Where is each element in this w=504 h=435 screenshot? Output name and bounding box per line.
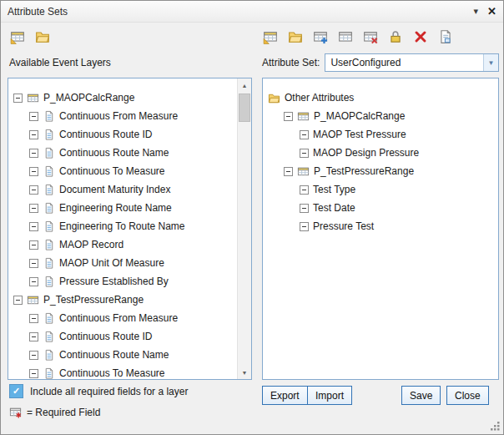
import-button[interactable]: Import (307, 386, 352, 405)
collapse-expander-icon[interactable] (29, 369, 38, 378)
close-icon[interactable]: ✕ (487, 6, 496, 17)
collapse-icon[interactable]: ▾ (474, 7, 479, 16)
tree-item[interactable]: Continuous Route ID (10, 327, 236, 346)
scroll-down-icon[interactable]: ▼ (238, 366, 251, 379)
attribute-set-dropdown[interactable]: UserConfigured ▼ (325, 53, 499, 72)
collapse-expander-icon[interactable] (29, 314, 38, 323)
tree-item[interactable]: Engineering Route Name (10, 199, 236, 217)
tree-item[interactable]: Pressure Test (265, 217, 496, 235)
add-event-layer-folder-icon[interactable] (34, 28, 51, 45)
titlebar[interactable]: Attribute Sets ▾ ✕ (1, 1, 503, 23)
attribute-set-panel: Other AttributesP_MAOPCalcRangeMAOP Test… (262, 78, 499, 380)
attribute-set-label: Attribute Set: (262, 57, 320, 68)
tree-item[interactable]: MAOP Test Pressure (265, 125, 496, 144)
tree-item-label: Engineering To Route Name (59, 220, 185, 232)
new-attribute-set-icon[interactable] (262, 28, 279, 45)
collapse-expander-icon[interactable] (29, 332, 38, 341)
tree-item[interactable]: P_TestPressureRange (10, 291, 236, 309)
delete-attribute-set-icon[interactable] (412, 28, 429, 45)
open-attribute-set-icon[interactable] (287, 28, 304, 45)
include-required-checkbox[interactable]: ✓ (9, 384, 23, 398)
scroll-up-icon[interactable]: ▲ (238, 78, 251, 92)
dropdown-arrow-icon[interactable]: ▼ (483, 54, 498, 71)
export-button[interactable]: Export (262, 386, 308, 405)
field-doc-icon (43, 239, 55, 251)
tree-item-label: Continuous Route Name (59, 147, 169, 159)
tree-item-label: Document Maturity Index (59, 184, 170, 195)
lock-attribute-set-icon[interactable] (387, 28, 404, 45)
vertical-scrollbar[interactable]: ▲ ▼ (237, 78, 251, 379)
tree-item[interactable]: Continuous From Measure (10, 107, 236, 125)
tree-item-label: Continuous Route Name (59, 349, 169, 361)
close-button[interactable]: Close (446, 386, 489, 405)
tree-item-label: MAOP Design Pressure (313, 147, 419, 159)
collapse-expander-icon[interactable] (29, 149, 38, 158)
collapse-expander-icon[interactable] (13, 94, 23, 103)
collapse-expander-icon[interactable] (29, 277, 38, 286)
tree-item[interactable]: Test Type (265, 180, 496, 199)
collapse-expander-icon[interactable] (29, 130, 38, 139)
scroll-thumb[interactable] (239, 94, 250, 122)
tree-item[interactable]: Test Date (265, 199, 496, 217)
attribute-set-report-icon[interactable] (437, 28, 454, 45)
field-doc-icon (43, 331, 55, 343)
tree-item-label: Other Attributes (285, 92, 354, 104)
tree-item[interactable]: Engineering To Route Name (10, 217, 236, 235)
save-button[interactable]: Save (401, 386, 441, 405)
tree-item[interactable]: Continuous Route ID (10, 125, 236, 144)
tree-item[interactable]: Document Maturity Index (10, 180, 236, 199)
tree-item[interactable]: Pressure Established By (10, 272, 236, 291)
field-doc-icon (43, 257, 55, 270)
tree-item-label: Pressure Test (313, 220, 374, 232)
folder-icon (268, 92, 280, 104)
tree-item-label: Continuous From Measure (59, 110, 178, 122)
collapse-expander-icon[interactable] (284, 167, 293, 176)
include-required-row: ✓ Include all required fields for a laye… (9, 384, 188, 398)
tree-item[interactable]: Continuous To Measure (10, 162, 236, 180)
attribute-table-icon[interactable] (337, 28, 354, 45)
tree-item[interactable]: Continuous Route Name (10, 144, 236, 162)
collapse-expander-icon[interactable] (29, 167, 38, 176)
tree-item-label: MAOP Test Pressure (313, 129, 406, 140)
tree-item[interactable]: P_MAOPCalcRange (265, 107, 496, 125)
tree-item[interactable]: MAOP Record (10, 235, 236, 254)
tree-item[interactable]: Other Attributes (265, 89, 496, 107)
tree-item[interactable]: Continuous To Measure (10, 364, 236, 379)
collapse-expander-icon[interactable] (300, 222, 309, 231)
remove-attribute-table-icon[interactable] (362, 28, 379, 45)
tree-item-label: P_TestPressureRange (43, 294, 144, 306)
collapse-expander-icon[interactable] (29, 222, 38, 231)
collapse-expander-icon[interactable] (13, 296, 23, 305)
collapse-expander-icon[interactable] (300, 185, 309, 195)
tree-item[interactable]: P_MAOPCalcRange (10, 89, 236, 107)
collapse-expander-icon[interactable] (29, 259, 38, 268)
add-event-layer-icon[interactable] (9, 28, 26, 45)
tree-item[interactable]: MAOP Unit Of Measure (10, 254, 236, 272)
required-field-icon (9, 406, 22, 418)
window-controls: ▾ ✕ (474, 6, 496, 17)
resize-grip-icon[interactable] (490, 421, 501, 432)
tree-item-label: Test Type (313, 184, 355, 195)
tree-item[interactable]: Continuous Route Name (10, 346, 236, 364)
tree-item[interactable]: MAOP Design Pressure (265, 144, 496, 162)
tree-item[interactable]: Continuous From Measure (10, 309, 236, 327)
collapse-expander-icon[interactable] (29, 112, 38, 121)
collapse-expander-icon[interactable] (29, 204, 38, 213)
tree-item-label: MAOP Record (59, 239, 123, 250)
collapse-expander-icon[interactable] (300, 130, 309, 139)
tree-item-label: Continuous Route ID (59, 331, 152, 342)
tree-item[interactable]: P_TestPressureRange (265, 162, 496, 180)
collapse-expander-icon[interactable] (29, 185, 38, 195)
field-doc-icon (43, 184, 55, 196)
collapse-expander-icon[interactable] (284, 112, 293, 121)
tree-item-label: Continuous From Measure (59, 312, 178, 324)
collapse-expander-icon[interactable] (29, 240, 38, 250)
tree-item-label: Pressure Established By (59, 276, 169, 287)
attribute-set-tree: Other AttributesP_MAOPCalcRangeMAOP Test… (265, 78, 496, 379)
collapse-expander-icon[interactable] (29, 351, 38, 360)
collapse-expander-icon[interactable] (300, 204, 309, 213)
layer-table-icon (297, 110, 310, 123)
add-attribute-table-icon[interactable] (312, 28, 329, 45)
available-layers-label: Available Event Layers (9, 57, 111, 68)
collapse-expander-icon[interactable] (300, 149, 309, 158)
